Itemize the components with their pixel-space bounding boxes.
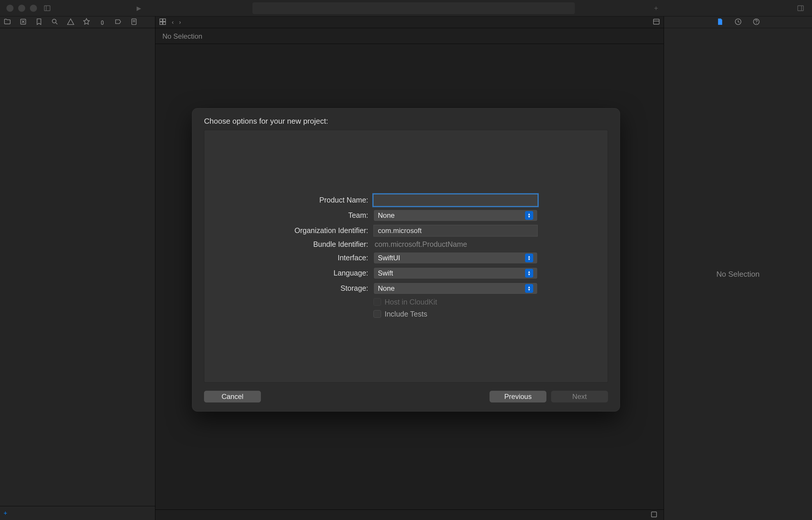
zoom-window-button[interactable]	[30, 5, 37, 12]
svg-rect-2	[797, 5, 804, 10]
editor-toolbar: ‹ ›	[155, 17, 664, 28]
interface-select[interactable]: SwiftUI ▲▼	[373, 252, 538, 264]
host-cloudkit-row: Host in CloudKit	[373, 298, 538, 306]
product-name-label: Product Name:	[274, 196, 368, 204]
storage-label: Storage:	[274, 284, 368, 292]
inspector-no-selection-label: No Selection	[716, 270, 760, 279]
svg-rect-0	[44, 5, 50, 10]
editor-options-icon[interactable]	[653, 18, 660, 26]
next-button: Next	[551, 391, 608, 402]
previous-button[interactable]: Previous	[490, 391, 546, 402]
nav-forward-icon[interactable]: ›	[179, 19, 181, 26]
debug-icon[interactable]	[99, 18, 106, 26]
updown-arrows-icon: ▲▼	[525, 284, 533, 293]
host-cloudkit-label: Host in CloudKit	[385, 298, 437, 306]
navigator-footer: +	[0, 506, 155, 520]
bundle-identifier-label: Bundle Identifier:	[274, 240, 368, 249]
svg-rect-14	[653, 19, 659, 24]
svg-rect-16	[651, 512, 656, 517]
navigator-sidebar: +	[0, 17, 155, 520]
help-inspector-icon[interactable]	[753, 18, 760, 26]
svg-rect-10	[160, 19, 162, 21]
storage-select[interactable]: None ▲▼	[373, 283, 538, 294]
file-inspector-icon[interactable]	[716, 18, 724, 26]
folder-icon[interactable]	[3, 18, 11, 26]
related-items-icon[interactable]	[159, 18, 166, 26]
product-name-input[interactable]	[373, 194, 538, 206]
updown-arrows-icon: ▲▼	[525, 254, 533, 262]
updown-arrows-icon: ▲▼	[525, 211, 533, 220]
navigator-tabs	[0, 17, 155, 28]
team-value: None	[378, 211, 395, 219]
bundle-identifier-value: com.microsoft.ProductName	[373, 240, 538, 249]
editor-footer	[155, 510, 664, 520]
include-tests-row: Include Tests	[373, 310, 538, 318]
dialog-body: Product Name: Team: None ▲▼ Organization…	[204, 130, 608, 383]
titlebar: ▶ +	[0, 0, 812, 17]
team-label: Team:	[274, 211, 368, 219]
svg-point-19	[756, 23, 756, 23]
history-inspector-icon[interactable]	[734, 18, 742, 26]
no-selection-label: No Selection	[162, 32, 202, 40]
cancel-button[interactable]: Cancel	[204, 391, 261, 402]
inspector-toggle-icon[interactable]	[796, 5, 805, 12]
language-label: Language:	[274, 269, 368, 277]
nav-back-icon[interactable]: ‹	[172, 19, 174, 26]
include-tests-label: Include Tests	[385, 310, 427, 318]
dialog-buttons: Cancel Previous Next	[204, 391, 608, 402]
svg-rect-13	[163, 22, 166, 25]
team-select[interactable]: None ▲▼	[373, 210, 538, 221]
inspector-body: No Selection	[664, 28, 812, 520]
svg-point-5	[52, 19, 56, 23]
warning-icon[interactable]	[67, 18, 75, 26]
org-identifier-label: Organization Identifier:	[274, 226, 368, 235]
dialog-heading: Choose options for your new project:	[204, 117, 608, 126]
library-add-button[interactable]: +	[654, 4, 658, 12]
add-target-button[interactable]: +	[3, 510, 7, 517]
include-tests-checkbox[interactable]	[373, 310, 381, 318]
traffic-lights	[0, 5, 37, 12]
svg-rect-11	[163, 19, 166, 21]
minimap-icon[interactable]	[650, 511, 658, 519]
interface-label: Interface:	[274, 254, 368, 262]
new-project-options-dialog: Choose options for your new project: Pro…	[192, 108, 620, 412]
search-icon[interactable]	[51, 18, 59, 26]
updown-arrows-icon: ▲▼	[525, 269, 533, 278]
inspector-sidebar: No Selection	[664, 17, 812, 520]
test-icon[interactable]	[83, 18, 90, 26]
project-options-form: Product Name: Team: None ▲▼ Organization…	[274, 194, 538, 318]
breakpoint-icon[interactable]	[114, 18, 122, 26]
inspector-tabs	[664, 17, 812, 28]
run-button[interactable]: ▶	[137, 5, 141, 12]
editor-path-bar: No Selection	[155, 28, 664, 44]
bookmark-icon[interactable]	[35, 18, 43, 26]
interface-value: SwiftUI	[378, 254, 400, 262]
close-window-button[interactable]	[6, 5, 14, 12]
host-cloudkit-checkbox	[373, 298, 381, 306]
sidebar-toggle-icon[interactable]	[43, 5, 52, 12]
storage-value: None	[378, 284, 395, 292]
language-value: Swift	[378, 269, 393, 277]
org-identifier-input[interactable]	[373, 225, 538, 237]
svg-rect-12	[160, 22, 162, 25]
language-select[interactable]: Swift ▲▼	[373, 267, 538, 279]
source-control-icon[interactable]	[19, 18, 27, 26]
minimize-window-button[interactable]	[18, 5, 25, 12]
report-icon[interactable]	[130, 18, 138, 26]
svg-line-6	[56, 23, 57, 24]
scheme-selector[interactable]	[253, 2, 575, 14]
